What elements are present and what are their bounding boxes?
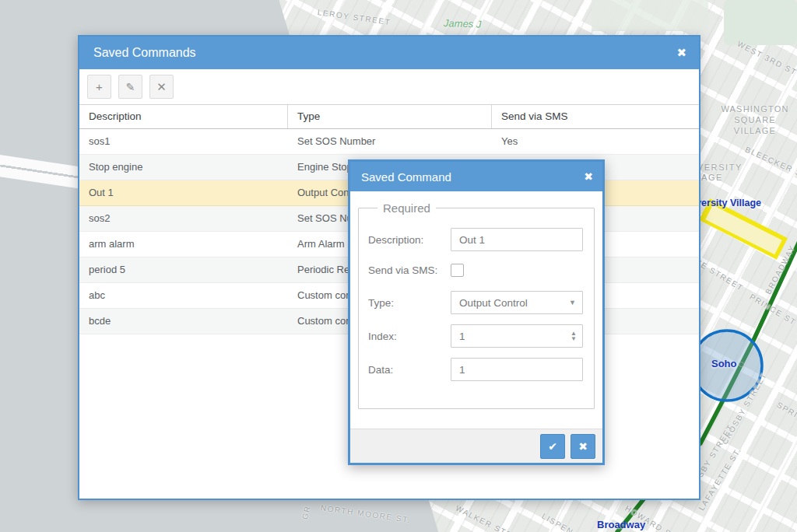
dialog-title: Saved Commands xyxy=(93,46,196,60)
description-label: Description: xyxy=(368,234,451,246)
cell-description: sos2 xyxy=(79,206,288,231)
pencil-icon: ✎ xyxy=(126,81,135,93)
saved-command-titlebar[interactable]: Saved Command ✖ xyxy=(350,162,602,191)
dialog-title: Saved Command xyxy=(361,170,451,184)
cell-sms: Yes xyxy=(492,129,699,154)
plus-icon: + xyxy=(96,80,103,93)
check-icon: ✔ xyxy=(548,440,557,453)
add-command-button[interactable]: + xyxy=(87,75,111,99)
send-via-sms-label: Send via SMS: xyxy=(368,264,451,276)
park-label: James J xyxy=(444,17,482,30)
cell-description: sos1 xyxy=(79,129,288,154)
table-row[interactable]: sos1 Set SOS Number Yes xyxy=(79,129,699,155)
x-icon: ✖ xyxy=(578,440,588,453)
saved-commands-titlebar[interactable]: Saved Commands ✖ xyxy=(79,37,699,69)
place-label-broadway: Broadway xyxy=(597,519,645,530)
table-header: Description Type Send via SMS xyxy=(79,104,699,129)
app-window: LEROY STREET James J WEST 3RD ST WASHING… xyxy=(0,0,797,532)
type-select[interactable]: Output Control ▼ xyxy=(451,291,583,314)
cell-description: Stop engine xyxy=(79,155,288,180)
type-field-row: Type: Output Control ▼ xyxy=(359,291,594,314)
cell-description: Out 1 xyxy=(79,180,288,205)
description-field-row: Description: xyxy=(359,228,594,251)
arrow-down-icon[interactable]: ▼ xyxy=(571,336,577,341)
column-header-description[interactable]: Description xyxy=(79,105,288,128)
data-input[interactable] xyxy=(451,358,583,381)
town-marker-icon xyxy=(739,362,744,367)
save-button[interactable]: ✔ xyxy=(540,434,565,459)
x-icon: ✕ xyxy=(156,80,167,94)
cell-description: abc xyxy=(79,283,288,308)
close-icon[interactable]: ✖ xyxy=(584,170,593,183)
data-field-row: Data: xyxy=(359,358,594,381)
cell-description: bcde xyxy=(79,309,288,334)
saved-command-dialog: Saved Command ✖ Required Description: Se… xyxy=(348,159,605,465)
stepper-arrows[interactable]: ▲ ▼ xyxy=(571,331,582,341)
delete-command-button[interactable]: ✕ xyxy=(149,75,174,99)
fieldset-legend: Required xyxy=(377,201,436,215)
close-icon[interactable]: ✖ xyxy=(676,46,686,60)
chevron-down-icon: ▼ xyxy=(569,299,576,306)
cell-type: Set SOS Number xyxy=(288,129,492,154)
index-field-row: Index: 1 ▲ ▼ xyxy=(359,324,594,348)
column-header-type[interactable]: Type xyxy=(288,105,492,128)
send-via-sms-field-row: Send via SMS: xyxy=(359,264,594,277)
description-input[interactable] xyxy=(451,228,583,251)
type-label: Type: xyxy=(368,297,451,309)
index-label: Index: xyxy=(368,331,451,342)
cancel-button[interactable]: ✖ xyxy=(571,434,595,459)
edit-command-button[interactable]: ✎ xyxy=(118,75,142,99)
data-label: Data: xyxy=(368,364,451,376)
type-selected-value: Output Control xyxy=(459,297,528,309)
commands-toolbar: + ✎ ✕ xyxy=(79,69,699,104)
index-value: 1 xyxy=(459,331,465,342)
place-label-soho: Soho xyxy=(711,358,744,369)
index-stepper[interactable]: 1 ▲ ▼ xyxy=(451,324,583,348)
saved-command-form: Required Description: Send via SMS: Type… xyxy=(350,191,602,429)
area-label-washington-square-village: WASHINGTON SQUARE VILLAGE xyxy=(720,103,790,136)
column-header-send-via-sms[interactable]: Send via SMS xyxy=(492,105,699,128)
saved-command-footer: ✔ ✖ xyxy=(350,429,602,463)
cell-description: arm alarm xyxy=(79,232,288,257)
cell-description: period 5 xyxy=(79,257,288,282)
required-fieldset: Required Description: Send via SMS: Type… xyxy=(358,201,595,409)
send-via-sms-checkbox[interactable] xyxy=(451,264,464,277)
